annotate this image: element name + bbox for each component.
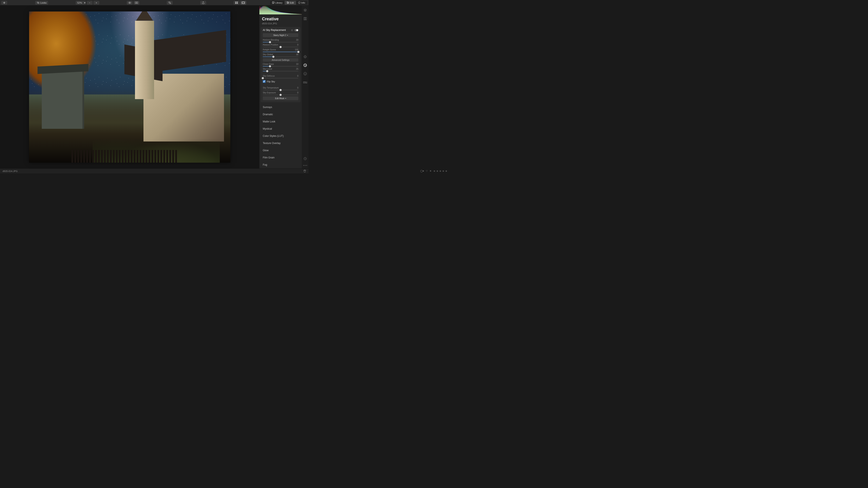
tool-sunrays[interactable]: Sunrays — [259, 104, 302, 111]
compare-icon — [135, 2, 138, 4]
essentials-icon[interactable] — [303, 55, 307, 59]
zoom-in-button[interactable]: + — [93, 1, 99, 5]
looks-button[interactable]: Looks — [35, 1, 48, 5]
zoom-level[interactable]: 52% — [76, 1, 84, 5]
svg-rect-11 — [272, 2, 274, 4]
looks-label: Looks — [40, 1, 46, 4]
svg-rect-5 — [137, 2, 138, 4]
section-title: AI Sky Replacement — [263, 29, 286, 32]
single-icon — [242, 2, 245, 4]
svg-point-25 — [305, 73, 305, 74]
tool-texture-overlay[interactable]: Texture Overlay — [259, 139, 302, 147]
panel-title: Creative — [259, 14, 302, 22]
sky-preset-dropdown[interactable]: Starry Night 2 — [263, 33, 299, 37]
svg-point-3 — [129, 2, 130, 3]
slider-sky-global[interactable]: Sky Global30 — [263, 53, 299, 57]
sliders-icon — [287, 1, 289, 4]
slider-horizon-blending[interactable]: Horizon Blending20 — [263, 39, 299, 42]
single-view-button[interactable] — [240, 1, 246, 5]
svg-point-13 — [287, 2, 287, 2]
tool-film-grain[interactable]: Film Grain — [259, 154, 302, 161]
svg-rect-6 — [235, 2, 236, 3]
zoom-dropdown[interactable]: ▾ — [84, 1, 86, 5]
svg-rect-12 — [273, 1, 274, 3]
panel-filename: d920-014.JPG — [259, 22, 302, 27]
grid-icon — [235, 2, 238, 4]
svg-point-15 — [287, 3, 288, 4]
svg-rect-17 — [304, 18, 305, 20]
histogram[interactable] — [259, 5, 302, 14]
slider-close-gaps[interactable]: Close Gaps10 — [263, 63, 299, 66]
svg-rect-18 — [305, 18, 306, 20]
add-button[interactable] — [1, 1, 7, 5]
section-toggle[interactable] — [294, 29, 299, 31]
tool-mystical[interactable]: Mystical — [259, 125, 302, 132]
svg-point-24 — [304, 72, 307, 75]
svg-rect-10 — [242, 2, 245, 4]
canvas-icon[interactable] — [303, 17, 307, 21]
more-icon[interactable] — [303, 165, 307, 166]
trash-icon[interactable] — [304, 170, 306, 172]
slider-sky-local[interactable]: Sky Local25 — [263, 68, 299, 71]
svg-point-21 — [304, 65, 305, 65]
portrait-icon[interactable] — [303, 72, 307, 76]
reset-icon[interactable] — [291, 29, 293, 31]
tool-fog[interactable]: Fog — [259, 161, 302, 168]
slider-sky-exposure[interactable]: Sky Exposure0 — [263, 92, 299, 95]
crop-icon — [168, 1, 171, 4]
slider-sky-defocus[interactable]: Sky Defocus0 — [263, 75, 299, 78]
creative-icon[interactable] — [303, 63, 307, 67]
tab-library[interactable]: Library — [270, 1, 285, 5]
tool-glow[interactable]: Glow — [259, 147, 302, 154]
zoom-out-button[interactable]: − — [87, 1, 93, 5]
canvas[interactable] — [0, 5, 259, 168]
info-icon — [298, 1, 301, 4]
grid-view-button[interactable] — [234, 1, 240, 5]
svg-point-20 — [304, 64, 307, 67]
slider-relight-scene[interactable]: Relight Scene100 — [263, 48, 299, 52]
slider-horizon-position[interactable]: Horizon Position0 — [263, 44, 299, 47]
photo-preview — [29, 11, 230, 163]
svg-point-26 — [306, 73, 306, 74]
tool-dramatic[interactable]: Dramatic — [259, 111, 302, 118]
layers-icon[interactable] — [303, 8, 307, 12]
looks-icon — [37, 1, 39, 4]
tool-color-styles[interactable]: Color Styles (LUT) — [259, 132, 302, 139]
svg-rect-8 — [235, 3, 236, 4]
section-ai-sky-replacement: AI Sky Replacement Starry Night 2 Horizo… — [261, 27, 301, 102]
library-icon — [272, 1, 274, 4]
svg-rect-7 — [237, 2, 238, 3]
crop-button[interactable] — [167, 1, 173, 5]
advanced-settings-header[interactable]: Advanced Settings — [263, 58, 299, 62]
share-icon — [202, 1, 204, 4]
status-filename: d920-014.JPG — [3, 170, 18, 172]
svg-point-14 — [288, 2, 289, 3]
svg-point-22 — [306, 65, 306, 65]
tab-info[interactable]: Info — [296, 1, 307, 5]
eye-icon — [128, 2, 131, 4]
svg-rect-4 — [135, 2, 136, 4]
compare-button[interactable] — [133, 1, 140, 5]
mode-tabs: Library Edit Info — [270, 1, 307, 5]
slider-sky-temperature[interactable]: Sky Temperature0 — [263, 87, 299, 90]
share-button[interactable] — [200, 1, 206, 5]
svg-rect-9 — [237, 3, 238, 4]
history-icon[interactable] — [303, 157, 307, 161]
tab-edit[interactable]: Edit — [285, 1, 296, 5]
edit-mask-dropdown[interactable]: Edit Mask — [263, 96, 299, 100]
svg-point-23 — [305, 66, 306, 66]
pro-label[interactable]: PRO — [303, 80, 307, 84]
preview-toggle[interactable] — [127, 1, 133, 5]
tool-matte-look[interactable]: Matte Look — [259, 118, 302, 125]
flip-sky-checkbox[interactable]: Flip Sky — [263, 80, 299, 83]
svg-point-19 — [304, 56, 306, 58]
